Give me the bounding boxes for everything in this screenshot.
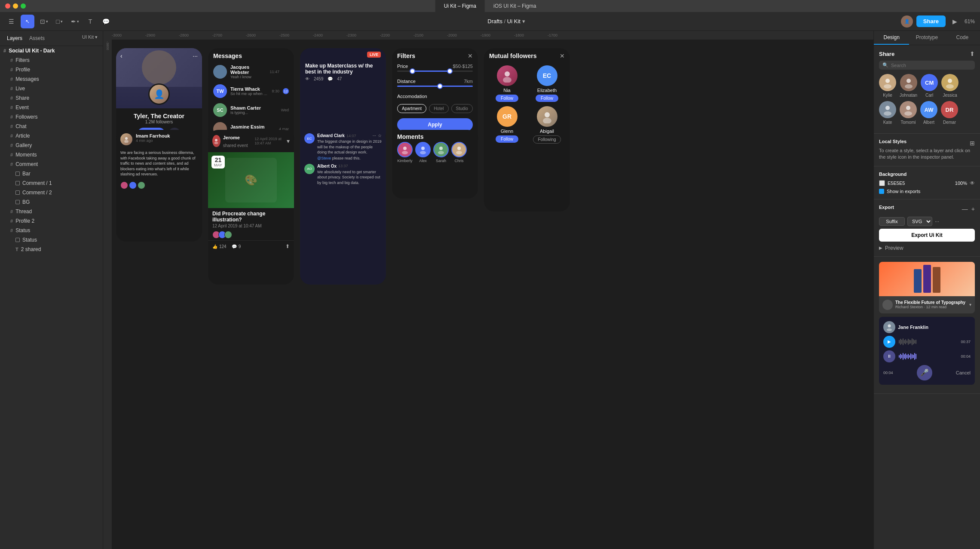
suffix-input[interactable] <box>879 217 905 226</box>
ui-kit-selector[interactable]: UI Kit ▾ <box>82 34 98 42</box>
svg-point-6 <box>215 139 217 141</box>
preview-label: Preview <box>885 245 903 251</box>
shape-tool[interactable]: □▾ <box>53 15 65 28</box>
close-button[interactable] <box>5 3 10 9</box>
layer-chat[interactable]: #Chat <box>0 122 103 131</box>
export-options-icon[interactable]: ··· <box>935 218 939 224</box>
layer-comment1[interactable]: Comment / 1 <box>0 178 103 188</box>
back-icon[interactable]: ‹ <box>120 52 122 59</box>
audio-pause-button[interactable]: ⏸ <box>883 350 895 362</box>
live-screen: LIVE Make up Masterclass w/ the best in … <box>300 48 386 143</box>
preview-toggle[interactable]: ▶ Preview <box>879 245 975 251</box>
chat-message-albert: AO Albert Ox 13:37 We absolutely need to… <box>304 164 382 186</box>
canvas-area[interactable]: -3000 -2900 -2800 -2700 -2600 -2500 -240… <box>103 31 873 549</box>
prototype-tab[interactable]: Prototype <box>909 31 944 45</box>
message-item[interactable]: SC Shawn Carter Is typing... Wed <box>208 101 294 120</box>
pen-tool[interactable]: ✒▾ <box>69 15 81 28</box>
move-tool[interactable]: ↖ <box>21 15 34 28</box>
mention-link[interactable]: @Steve <box>317 156 331 160</box>
layer-moments[interactable]: #Moments <box>0 150 103 159</box>
layer-bg[interactable]: BG <box>0 197 103 207</box>
layer-filters[interactable]: #Filters <box>0 55 103 65</box>
chip-hotel[interactable]: Hotel <box>429 104 448 113</box>
audio-play-button[interactable]: ▶ <box>883 336 895 348</box>
root-layer-item[interactable]: # Social UI Kit - Dark <box>0 46 103 55</box>
layer-live[interactable]: #Live <box>0 84 103 93</box>
layer-profile2[interactable]: #Profile 2 <box>0 216 103 226</box>
price-slider-right-handle[interactable] <box>447 68 453 74</box>
search-input[interactable] <box>891 63 971 68</box>
thread-screen: Imam Farrhouk 4 min ago We are facing a … <box>116 130 202 242</box>
cancel-button[interactable]: Cancel <box>956 370 971 375</box>
visibility-icon[interactable]: 👁 <box>970 180 975 186</box>
user-avatar[interactable]: 👤 <box>901 15 913 28</box>
text-tool[interactable]: T <box>84 15 96 28</box>
star-icon[interactable]: ☆ <box>378 133 382 138</box>
layer-comment[interactable]: #Comment <box>0 159 103 169</box>
frame-tool[interactable]: ⊡▾ <box>38 15 50 28</box>
chip-studio[interactable]: Studio <box>451 104 473 113</box>
mutual-header: Mutual followers ✕ <box>484 48 570 62</box>
color-control[interactable]: E5E5E5 <box>879 180 905 186</box>
code-tab[interactable]: Code <box>945 31 980 45</box>
search-bar: 🔍 <box>879 61 975 70</box>
follow-glenn-button[interactable]: Follow <box>496 135 518 143</box>
layer-messages[interactable]: #Messages <box>0 74 103 84</box>
apply-button[interactable]: Apply <box>397 118 473 131</box>
window-controls[interactable] <box>5 3 26 9</box>
share-upload-icon[interactable]: ⬆ <box>970 50 975 57</box>
share-button[interactable]: Share <box>916 15 946 27</box>
layer-status-frame[interactable]: Status <box>0 235 103 245</box>
layer-2shared[interactable]: T2 shared <box>0 245 103 254</box>
play-button[interactable]: ▶ <box>949 15 961 28</box>
color-swatch[interactable] <box>879 180 885 186</box>
message-item[interactable]: TW Tierra Whack So hit me up when you're… <box>208 82 294 101</box>
more-options-icon[interactable]: ··· <box>373 133 376 138</box>
comment-tool[interactable]: 💬 <box>100 15 112 28</box>
share-button[interactable]: ⬆ <box>285 243 290 249</box>
assets-tab[interactable]: Assets <box>28 34 46 42</box>
mutual-close-button[interactable]: ✕ <box>560 52 565 59</box>
more-options-icon[interactable]: ··· <box>193 52 198 59</box>
following-abigail-button[interactable]: Following <box>533 135 560 144</box>
follow-elizabeth-button[interactable]: Follow <box>536 95 558 102</box>
canvas-viewport[interactable]: ‹ ··· 👤 Tyler, The Creator 1.2M follower… <box>112 40 873 549</box>
layer-event[interactable]: #Event <box>0 103 103 112</box>
follow-nia-button[interactable]: Follow <box>496 95 518 102</box>
layer-article[interactable]: #Article <box>0 131 103 141</box>
show-in-exports-checkbox[interactable] <box>879 189 884 194</box>
svg-point-0 <box>505 71 510 77</box>
add-icon[interactable]: + <box>971 205 975 212</box>
price-slider-left-handle[interactable] <box>410 68 415 74</box>
distance-slider-handle[interactable] <box>437 83 443 89</box>
layer-gallery[interactable]: #Gallery <box>0 141 103 150</box>
layers-tab[interactable]: Layers <box>5 34 24 42</box>
maximize-button[interactable] <box>21 3 26 9</box>
tab-ui-kit[interactable]: Ui Kit – Figma <box>435 0 485 12</box>
like-button[interactable]: 👍 124 <box>212 244 227 249</box>
ruler-marks: -3000 -2900 -2800 -2700 -2600 -2500 -240… <box>112 33 581 37</box>
minimize-button[interactable] <box>13 3 18 9</box>
chip-apartment[interactable]: Apartment <box>397 104 426 113</box>
export-kit-button[interactable]: Export Ui Kit <box>879 229 975 242</box>
distance-slider[interactable] <box>397 86 473 87</box>
layer-followers[interactable]: #Followers <box>0 112 103 122</box>
tab-ios-ui-kit[interactable]: iOS UI Kit – Figma <box>485 0 545 12</box>
layer-share[interactable]: #Share <box>0 93 103 103</box>
filters-close-button[interactable]: ✕ <box>468 52 473 59</box>
layer-bar[interactable]: Bar <box>0 169 103 178</box>
menu-button[interactable]: ☰ <box>5 15 17 28</box>
price-slider[interactable] <box>397 71 473 72</box>
remove-icon[interactable]: — <box>962 205 968 212</box>
layer-profile[interactable]: #Profile <box>0 65 103 74</box>
layer-comment2[interactable]: Comment / 2 <box>0 188 103 197</box>
format-select[interactable]: SVG PNG PDF <box>907 217 932 226</box>
mic-button[interactable]: 🎤 <box>917 365 932 380</box>
layer-thread[interactable]: #Thread <box>0 207 103 216</box>
avatar-kate-name: Kate <box>883 120 892 125</box>
expand-icon[interactable]: ▾ <box>287 138 290 144</box>
layer-status[interactable]: #Status <box>0 226 103 235</box>
comment-button[interactable]: 💬 9 <box>232 244 241 249</box>
message-item[interactable]: Jacques Webster Yeah I know 11:47 1 <box>208 62 294 82</box>
design-tab[interactable]: Design <box>874 31 909 45</box>
